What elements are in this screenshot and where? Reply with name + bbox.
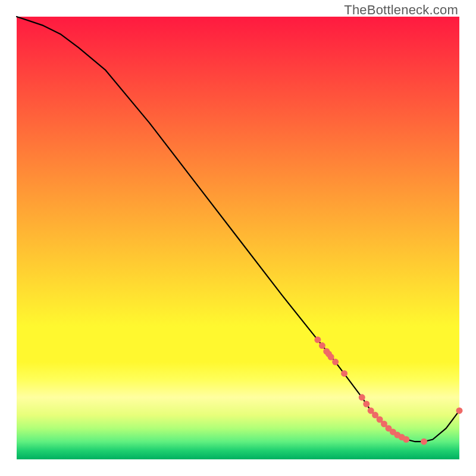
data-point	[363, 401, 369, 408]
bottleneck-points	[314, 337, 462, 445]
data-point	[332, 359, 339, 365]
watermark-text: TheBottleneck.com	[344, 2, 458, 18]
data-point	[456, 408, 463, 414]
curve-path	[17, 17, 459, 441]
chart-root: TheBottleneck.com	[0, 0, 476, 476]
data-point	[328, 354, 334, 361]
curve-layer	[17, 17, 459, 459]
data-point	[314, 337, 321, 343]
data-point	[403, 436, 409, 443]
data-point	[341, 370, 347, 377]
data-point	[319, 342, 325, 349]
data-point	[359, 394, 365, 400]
bottleneck-curve	[17, 17, 459, 441]
data-point	[421, 439, 427, 445]
plot-area	[17, 17, 459, 459]
